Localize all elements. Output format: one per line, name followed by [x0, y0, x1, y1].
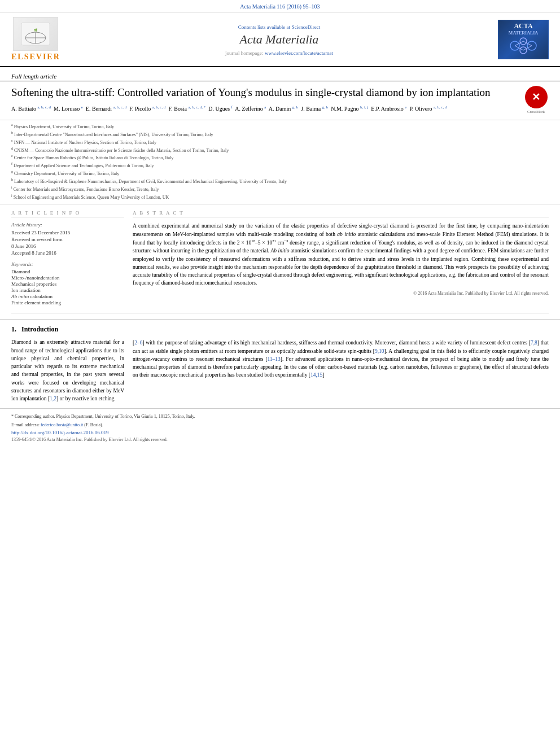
homepage-line: journal homepage: www.elsevier.com/locat…: [60, 49, 498, 56]
revised-date: 8 June 2016: [11, 243, 124, 249]
article-title: Softening the ultra-stiff: Controlled va…: [11, 86, 518, 100]
accepted-date: Accepted 8 June 2016: [11, 250, 124, 256]
intro-left-col: 1. Introduction Diamond is an extremely …: [11, 325, 124, 403]
svg-text:🌿: 🌿: [34, 28, 38, 32]
footnote-corresponding-author: * Corresponding author. Physics Departme…: [11, 413, 549, 420]
doi-link[interactable]: http://dx.doi.org/10.1016/j.actamat.2016…: [11, 430, 549, 435]
elsevier-text: ELSEVIER: [11, 53, 60, 62]
affil-g: g Chemistry Department, University of To…: [11, 169, 549, 177]
intro-section-title: 1. Introduction: [11, 325, 124, 334]
article-title-container: Softening the ultra-stiff: Controlled va…: [11, 86, 518, 115]
footnote-email: E-mail address: federico.bosia@unito.it …: [11, 422, 549, 428]
affil-d: d CNISM — Consorzio Nazionale Interunive…: [11, 146, 549, 154]
page: Acta Materialia 116 (2016) 95–103 🌿 ELSE…: [0, 0, 560, 747]
article-type-text: Full length article: [11, 73, 56, 80]
footer-copyright: 1359-6454/© 2016 Acta Materialia Inc. Pu…: [11, 437, 549, 442]
abstract-text: A combined experimental and numerical st…: [133, 222, 549, 287]
intro-number: 1.: [11, 325, 16, 333]
abstract-col: A B S T R A C T A combined experimental …: [133, 204, 549, 306]
article-type: Full length article: [0, 67, 560, 81]
sciencedirect-link[interactable]: ScienceDirect: [292, 24, 320, 30]
journal-header-center: Contents lists available at ScienceDirec…: [60, 23, 498, 56]
intro-right-col: [2–6] with the purpose of taking advanta…: [133, 325, 549, 403]
homepage-url[interactable]: www.elsevier.com/locate/actamat: [265, 50, 333, 56]
affil-h: h Laboratory of Bio-Inspired & Graphene …: [11, 177, 549, 185]
article-info-col: A R T I C L E I N F O Article history: R…: [11, 204, 124, 306]
homepage-label: journal homepage:: [225, 50, 263, 56]
affil-j: j School of Engineering and Materials Sc…: [11, 193, 549, 200]
revised-label: Received in revised form: [11, 237, 124, 242]
abstract-copyright: © 2016 Acta Materialia Inc. Published by…: [133, 291, 549, 296]
affil-b: b Inter-Departmental Centre "Nanostructu…: [11, 130, 549, 138]
article-info-abstract: A R T I C L E I N F O Article history: R…: [0, 204, 560, 306]
crossmark-label: CrossMark: [527, 110, 545, 114]
elsevier-logo: 🌿 ELSEVIER: [11, 17, 60, 62]
affil-e: e Center for Space Human Robotics @ Poli…: [11, 154, 549, 161]
section-divider: [11, 313, 549, 313]
intro-title: Introduction: [21, 325, 58, 333]
footer: * Corresponding author. Physics Departme…: [0, 408, 560, 444]
intro-left-body: Diamond is an extremely attractive mater…: [11, 338, 124, 403]
intro-right-body: [2–6] with the purpose of taking advanta…: [133, 339, 549, 379]
contents-line: Contents lists available at ScienceDirec…: [60, 23, 498, 30]
keyword-4: Ab initio calculation: [11, 294, 124, 299]
journal-logo-right: ACTA MATERIALIA: [498, 20, 549, 59]
affiliations-section: a Physics Department, University of Tori…: [0, 120, 560, 204]
keyword-0: Diamond: [11, 269, 124, 274]
abstract-heading: A B S T R A C T: [133, 210, 549, 217]
introduction-section: 1. Introduction Diamond is an extremely …: [0, 319, 560, 403]
contents-label: Contents lists available at: [238, 24, 290, 30]
journal-reference-bar: Acta Materialia 116 (2016) 95–103: [0, 0, 560, 12]
article-title-section: Softening the ultra-stiff: Controlled va…: [0, 81, 560, 120]
journal-ref-text: Acta Materialia 116 (2016) 95–103: [240, 3, 320, 10]
keyword-1: Micro-/nanoindentation: [11, 275, 124, 281]
received-date: Received 23 December 2015: [11, 230, 124, 235]
history-label: Article history:: [11, 222, 124, 228]
keyword-5: Finite element modeling: [11, 300, 124, 305]
affil-f: f Department of Applied Science and Tech…: [11, 161, 549, 169]
crossmark-icon: ✕: [525, 86, 548, 108]
authors-line-1: A. Battiato a, b, c, d M. Lorusso e E. B…: [11, 104, 518, 113]
journal-title: Acta Materialia: [60, 32, 498, 47]
crossmark-container[interactable]: ✕ CrossMark: [523, 86, 549, 114]
email-link[interactable]: federico.bosia@unito.it: [41, 422, 83, 427]
article-info-heading: A R T I C L E I N F O: [11, 210, 124, 217]
keyword-3: Ion irradiation: [11, 287, 124, 293]
keyword-2: Mechanical properties: [11, 281, 124, 287]
journal-header: 🌿 ELSEVIER Contents lists available at S…: [0, 12, 560, 67]
affil-i: i Center for Materials and Microsystems,…: [11, 185, 549, 193]
elsevier-logo-image: 🌿: [13, 17, 58, 51]
affil-a: a Physics Department, University of Tori…: [11, 123, 549, 130]
keywords-label: Keywords:: [11, 261, 124, 267]
affil-c: c INFN — National Institute of Nuclear P…: [11, 138, 549, 146]
